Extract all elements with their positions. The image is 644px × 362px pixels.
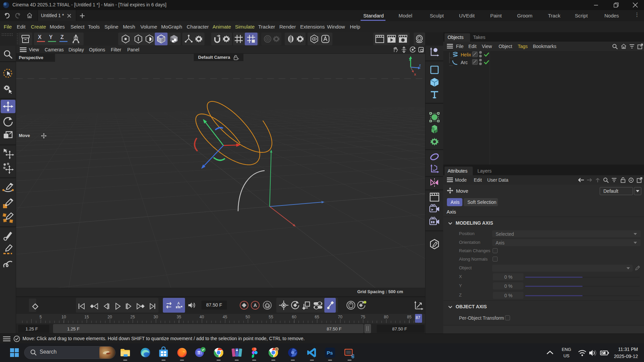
svg-text:T: T (198, 351, 200, 355)
svg-text:A: A (177, 301, 180, 305)
svg-text:Ps: Ps (327, 350, 333, 356)
svg-text:z: z (419, 63, 421, 67)
svg-text:A: A (254, 303, 257, 308)
svg-text:x: x (414, 72, 416, 76)
svg-text:y: y (409, 57, 411, 61)
